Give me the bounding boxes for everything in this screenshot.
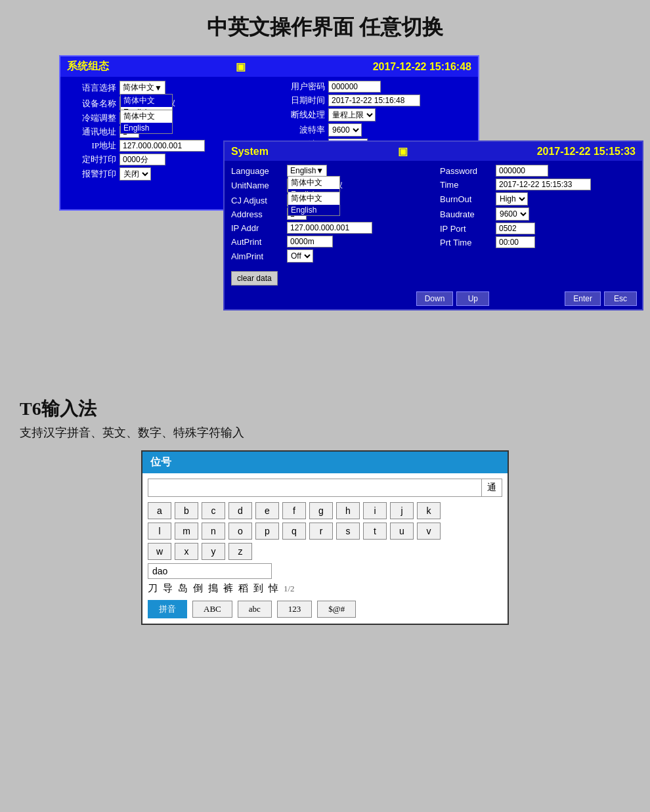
kbd-pinyin-input[interactable]: [148, 563, 272, 579]
en-autprint-input[interactable]: [287, 236, 333, 247]
kbd-candidate-7[interactable]: 稻: [238, 582, 248, 595]
zh-lang-dropdown[interactable]: 简体中文 ▼ 简体中文 English: [119, 81, 165, 95]
zh-pw-input[interactable]: [328, 81, 381, 93]
kbd-suffix: 通: [482, 479, 502, 497]
kbd-key-s[interactable]: s: [336, 523, 360, 540]
kbd-key-m[interactable]: m: [175, 523, 198, 540]
kbd-key-u[interactable]: u: [390, 523, 414, 540]
zh-device-opt-1[interactable]: 简体中文: [121, 110, 172, 123]
kbd-key-q[interactable]: q: [282, 523, 306, 540]
en-baud-select[interactable]: 9600: [496, 207, 529, 221]
kbd-key-n[interactable]: n: [202, 523, 225, 540]
kbd-candidate-6[interactable]: 裤: [223, 582, 233, 595]
en-almprint-select[interactable]: Off: [287, 249, 313, 263]
kbd-key-a[interactable]: a: [148, 502, 171, 519]
zh-burnout-select[interactable]: 量程上限: [328, 108, 376, 121]
en-prttime-input[interactable]: [496, 236, 535, 248]
kbd-candidate-9[interactable]: 悼: [269, 582, 278, 595]
en-lang-label: Language: [231, 166, 284, 176]
en-ip-row: IP Addr: [231, 222, 427, 234]
en-ipport-input[interactable]: [496, 223, 535, 234]
en-up-btn[interactable]: Up: [456, 291, 489, 306]
kbd-mode-ABC[interactable]: ABC: [192, 601, 232, 618]
en-down-btn[interactable]: Down: [416, 291, 454, 306]
zh-lang-arrow: ▼: [154, 83, 162, 93]
en-baud-row: Baudrate 9600: [440, 207, 636, 221]
kbd-candidate-4[interactable]: 倒: [193, 582, 203, 595]
zh-lang-dropdown-header[interactable]: 简体中文 ▼: [120, 81, 165, 94]
kbd-key-y[interactable]: y: [202, 543, 225, 560]
kbd-key-t[interactable]: t: [363, 523, 387, 540]
kbd-key-p[interactable]: p: [255, 523, 279, 540]
kbd-key-l[interactable]: l: [148, 523, 171, 540]
kbd-candidate-5[interactable]: 搗: [208, 582, 218, 595]
kbd-key-f[interactable]: f: [282, 502, 306, 519]
kbd-key-b[interactable]: b: [175, 502, 198, 519]
kbd-mode-special[interactable]: $@#: [317, 601, 356, 618]
en-ipport-label: IP Port: [440, 224, 492, 234]
en-unitname-opt-2[interactable]: English: [288, 205, 339, 215]
kbd-key-i[interactable]: i: [363, 502, 387, 519]
kbd-key-g[interactable]: g: [309, 502, 333, 519]
kbd-key-x[interactable]: x: [175, 543, 198, 560]
zh-print-input[interactable]: [119, 154, 165, 165]
en-lang-dropdown[interactable]: English ▼ 简体中文 English: [287, 165, 327, 177]
en-unitname-opt-1[interactable]: 简体中文: [288, 192, 339, 205]
en-ip-input[interactable]: [287, 222, 372, 234]
keyboard-titlebar: 位号: [142, 452, 508, 473]
zh-ip-input[interactable]: [119, 140, 205, 152]
kbd-candidate-1[interactable]: 刀: [148, 582, 158, 595]
en-almprint-select-input[interactable]: Off: [288, 250, 313, 262]
chinese-window-datetime: 2017-12-22 15:16:48: [373, 61, 471, 73]
en-lang-opt-1[interactable]: 简体中文: [288, 177, 339, 189]
zh-burnout-select-input[interactable]: 量程上限: [329, 109, 375, 121]
zh-time-input[interactable]: [328, 95, 420, 106]
en-pw-input[interactable]: [496, 165, 548, 177]
section2-title: T6输入法: [20, 396, 630, 421]
kbd-key-j[interactable]: j: [390, 502, 414, 519]
zh-alarm-select-input[interactable]: 关闭: [120, 168, 150, 180]
zh-device-opt-2[interactable]: English: [121, 123, 172, 133]
kbd-candidate-3[interactable]: 岛: [178, 582, 188, 595]
kbd-text-input[interactable]: [148, 479, 482, 497]
kbd-candidate-2[interactable]: 导: [163, 582, 173, 595]
zh-cj-label: 冷端调整: [67, 112, 116, 124]
en-cj-label: CJ Adjust: [231, 196, 284, 205]
en-clear-data-btn[interactable]: clear data: [231, 271, 278, 286]
zh-baud-select[interactable]: 9600: [328, 123, 362, 137]
kbd-key-c[interactable]: c: [202, 502, 225, 519]
en-ipport-row: IP Port: [440, 223, 636, 234]
kbd-key-e[interactable]: e: [255, 502, 279, 519]
chinese-window-title: 系统组态: [67, 60, 109, 74]
kbd-key-h[interactable]: h: [336, 502, 360, 519]
kbd-key-o[interactable]: o: [228, 523, 252, 540]
en-burnout-select-input[interactable]: High: [496, 193, 527, 205]
kbd-key-w[interactable]: w: [148, 543, 171, 560]
kbd-row2: l m n o p q r s t u v: [148, 523, 502, 540]
kbd-key-z[interactable]: z: [228, 543, 252, 560]
en-esc-btn[interactable]: Esc: [604, 291, 637, 306]
windows-area: 系统组态 ▣ 2017-12-22 15:16:48 语言选择 简体中文 ▼: [20, 55, 630, 377]
english-left-col: Language English ▼ 简体中文 English: [231, 165, 427, 265]
kbd-candidate-8[interactable]: 到: [253, 582, 263, 595]
en-burnout-select[interactable]: High: [496, 192, 528, 205]
kbd-key-r[interactable]: r: [309, 523, 333, 540]
zh-ip-label: IP地址: [67, 140, 116, 152]
kbd-mode-123[interactable]: 123: [277, 601, 313, 618]
en-time-label: Time: [440, 180, 492, 190]
kbd-pinyin-row: [148, 563, 502, 582]
kbd-mode-pinyin[interactable]: 拼音: [148, 600, 187, 618]
zh-lang-current: 简体中文: [123, 82, 154, 93]
en-lang-dropdown-header[interactable]: English ▼: [288, 165, 326, 176]
en-enter-btn[interactable]: Enter: [565, 291, 601, 306]
kbd-key-v[interactable]: v: [417, 523, 441, 540]
english-titlebar: System ▣ 2017-12-22 15:15:33: [225, 142, 642, 161]
kbd-mode-abc[interactable]: abc: [238, 601, 272, 618]
zh-lang-opt-1[interactable]: 简体中文: [121, 95, 172, 107]
en-time-input[interactable]: [496, 179, 591, 190]
kbd-key-d[interactable]: d: [228, 502, 252, 519]
zh-baud-select-input[interactable]: 9600: [329, 124, 361, 136]
en-baud-select-input[interactable]: 9600: [496, 208, 529, 220]
zh-alarm-select[interactable]: 关闭: [119, 167, 151, 181]
kbd-key-k[interactable]: k: [417, 502, 441, 519]
